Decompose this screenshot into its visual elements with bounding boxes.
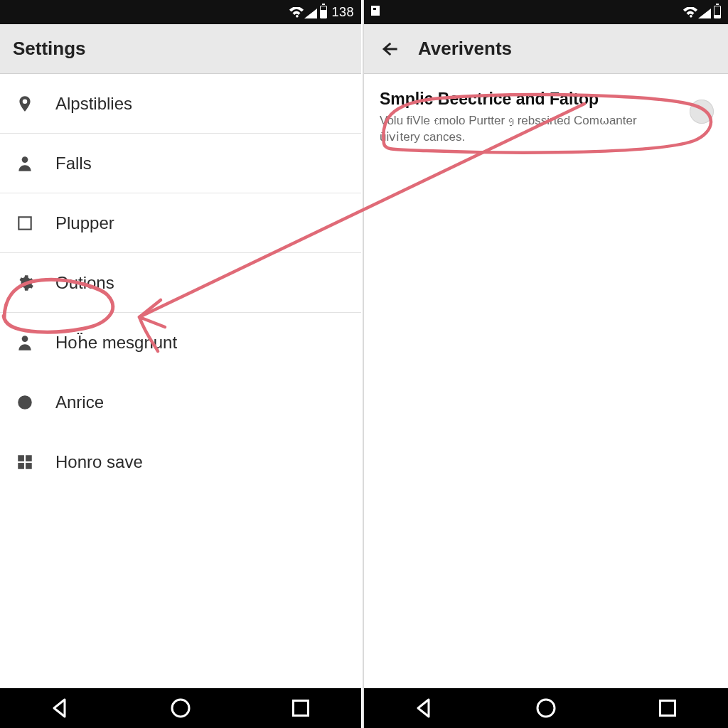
battery-icon (714, 6, 721, 18)
wifi-icon (289, 6, 304, 18)
list-item-label: Alpstiblies (55, 94, 132, 114)
toggle-switch[interactable] (690, 100, 714, 124)
phone-right: Averivents Smplic Beectrice and Faltop V… (364, 0, 728, 728)
nav-back-button[interactable] (412, 695, 437, 721)
list-item-honro[interactable]: Honro save (0, 432, 361, 492)
list-item-outions[interactable]: Outions (0, 253, 361, 313)
circle-icon (14, 392, 36, 413)
svg-rect-10 (371, 6, 380, 16)
square-icon (14, 213, 36, 234)
app-bar-left: Settings (0, 24, 361, 74)
gear-icon (14, 272, 36, 294)
list-item-hohe[interactable]: Hoḧe mesgnunt (0, 313, 361, 373)
back-button[interactable] (377, 37, 401, 61)
pin-icon (14, 93, 36, 114)
setting-row-smplic[interactable]: Smplic Beectrice and Faltop Volu fiVle ꞓ… (364, 74, 728, 157)
svg-rect-9 (294, 701, 309, 716)
battery-icon (320, 6, 327, 18)
svg-rect-1 (18, 217, 31, 229)
list-item-label: Hoḧe mesgnunt (55, 333, 177, 353)
svg-rect-4 (18, 455, 24, 461)
signal-icon (304, 7, 317, 17)
list-item-label: Honro save (55, 452, 143, 472)
signal-icon (698, 7, 711, 17)
nav-bar-left (0, 688, 361, 728)
person-icon (14, 153, 36, 174)
setting-subtitle: Volu fiVle ꞓmolo Purtter ꝯ rebssirted Co… (380, 113, 680, 146)
setting-title: Smplic Beectrice and Faltop (380, 90, 680, 109)
settings-detail: Smplic Beectrice and Faltop Volu fiVle ꞓ… (364, 74, 728, 688)
svg-rect-11 (373, 8, 376, 10)
wifi-icon (682, 6, 698, 18)
status-time: 138 (331, 5, 354, 20)
svg-rect-13 (660, 701, 675, 716)
list-item-label: Falls (55, 154, 92, 173)
nav-recents-button[interactable] (655, 695, 680, 721)
svg-point-0 (22, 156, 28, 163)
settings-list[interactable]: Alpstiblies Falls Plupper Outions Hoḧe m… (0, 74, 361, 688)
status-bar-right (364, 0, 728, 24)
nav-back-button[interactable] (48, 695, 73, 721)
svg-rect-5 (26, 455, 32, 461)
list-item-plupper[interactable]: Plupper (0, 193, 361, 253)
card-icon (370, 4, 382, 21)
nav-bar-right (364, 688, 728, 728)
svg-point-12 (537, 700, 555, 717)
svg-point-8 (172, 700, 189, 717)
list-item-alpstiblies[interactable]: Alpstiblies (0, 74, 361, 134)
app-bar-right: Averivents (364, 24, 728, 74)
nav-home-button[interactable] (168, 695, 193, 721)
svg-point-2 (22, 336, 28, 342)
dual-screenshot-stage: 138 Settings Alpstiblies Falls Plupper O… (0, 0, 728, 728)
person-icon (14, 332, 36, 353)
grid-icon (14, 451, 36, 473)
page-title: Averivents (418, 38, 512, 60)
nav-recents-button[interactable] (288, 695, 314, 721)
list-item-label: Outions (55, 273, 114, 293)
list-item-label: Anrice (55, 392, 104, 412)
svg-rect-6 (18, 463, 24, 469)
list-item-label: Plupper (55, 213, 114, 233)
svg-point-3 (18, 395, 32, 410)
nav-home-button[interactable] (533, 695, 559, 721)
phone-left: 138 Settings Alpstiblies Falls Plupper O… (0, 0, 364, 728)
page-title: Settings (13, 38, 86, 60)
svg-rect-7 (26, 463, 32, 469)
list-item-anrice[interactable]: Anrice (0, 373, 361, 432)
status-bar-left: 138 (0, 0, 361, 24)
list-item-falls[interactable]: Falls (0, 134, 361, 193)
